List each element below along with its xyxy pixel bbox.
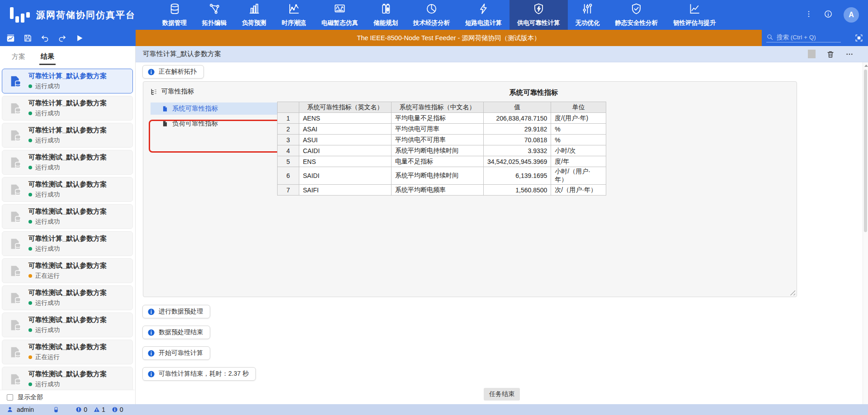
shield-check-icon	[630, 3, 642, 17]
app-logo-icon	[10, 7, 30, 23]
fullscreen-icon[interactable]	[854, 33, 863, 42]
result-item-text: 可靠性测试_默认参数方案 运行成功	[28, 207, 107, 226]
panel-resize-handle[interactable]	[790, 290, 795, 295]
result-item-title: 可靠性计算_默认参数方案	[28, 126, 107, 135]
result-item-text: 可靠性计算_默认参数方案 运行成功	[28, 234, 107, 253]
log-chip-text: 开始可靠性计算	[159, 349, 203, 357]
nav-menu-item[interactable]: 负荷预测	[234, 0, 274, 30]
lightning-icon	[477, 3, 490, 17]
panel-header-label: 可靠性指标	[161, 87, 194, 96]
tree-item[interactable]: 系统可靠性指标	[151, 103, 278, 115]
result-list-item[interactable]: 可靠性测试_默认参数方案 运行成功	[2, 150, 133, 175]
nav-item-label: 短路电流计算	[465, 19, 502, 27]
result-list-item[interactable]: 可靠性计算_默认参数方案 运行成功	[2, 123, 133, 148]
result-item-text: 可靠性计算_默认参数方案 运行成功	[28, 126, 107, 145]
log-chip-text: 正在解析拓扑	[159, 68, 197, 76]
scheme-result-icon	[2, 102, 28, 115]
user-avatar[interactable]: A	[844, 7, 859, 23]
result-list-item[interactable]: 可靠性测试_默认参数方案 运行成功	[2, 312, 133, 337]
redo-icon[interactable]	[57, 33, 67, 43]
stop-button[interactable]	[808, 50, 816, 58]
result-list-item[interactable]: 可靠性测试_默认参数方案 正在运行	[2, 340, 133, 364]
nav-menu-item[interactable]: 技术经济分析	[406, 0, 458, 30]
result-item-status: 运行成功	[28, 380, 107, 388]
cell-index: 1	[278, 113, 299, 124]
nav-menu-item[interactable]: 时序潮流	[274, 0, 314, 30]
status-dot	[28, 139, 32, 142]
page-header: 可靠性计算_默认参数方案	[136, 46, 868, 62]
content-scrollbar[interactable]	[863, 62, 868, 404]
nav-item-label: 储能规划	[373, 19, 398, 27]
status-dot	[28, 247, 32, 251]
info-icon[interactable]	[824, 9, 833, 20]
nav-menu-item[interactable]: 拓扑编辑	[194, 0, 234, 30]
cell-unit: 小时/（用户·年）	[551, 167, 606, 185]
warning-count: 1	[102, 406, 105, 413]
result-item-title: 可靠性测试_默认参数方案	[28, 289, 107, 297]
delete-trash-icon[interactable]	[826, 50, 835, 58]
save-icon[interactable]	[23, 33, 33, 43]
nav-menu-item[interactable]: 韧性评估与提升	[665, 0, 724, 30]
toolbar-left	[0, 30, 136, 46]
search-input[interactable]	[777, 34, 841, 41]
nav-menu-item[interactable]: 电磁暂态仿真	[314, 0, 366, 30]
scheme-result-icon	[2, 210, 28, 224]
tab-schemes[interactable]: 方案	[12, 52, 25, 61]
scheme-result-icon	[2, 129, 28, 142]
nav-menu-item[interactable]: 静态安全性分析	[608, 0, 666, 30]
info-count-icon	[112, 406, 118, 413]
scrollbar-up-arrow[interactable]	[864, 65, 868, 67]
cell-indicator-cn: 平均供电不可用率	[392, 135, 484, 145]
status-text: 运行成功	[35, 136, 60, 145]
warning-icon	[94, 406, 100, 413]
status-text: 运行成功	[35, 109, 60, 117]
run-play-icon[interactable]	[75, 33, 84, 43]
status-text: 运行成功	[35, 163, 60, 172]
nav-item-label: 技术经济分析	[413, 19, 450, 27]
table-row: 5 ENS 电量不足指标 34,542,025,945.3969 度/年	[278, 156, 606, 167]
nav-menu-item[interactable]: 无功优化	[568, 0, 608, 30]
info-circle-icon	[147, 370, 155, 378]
ellipsis-menu-icon[interactable]	[845, 50, 854, 58]
tab-results[interactable]: 结果	[41, 52, 54, 61]
nav-item-label: 无功优化	[576, 19, 600, 27]
cell-index: 5	[278, 156, 299, 167]
search-box	[766, 33, 841, 42]
nav-menu-item[interactable]: 供电可靠性计算	[509, 0, 568, 30]
warning-counter: 1	[94, 406, 105, 413]
result-list-item[interactable]: 可靠性测试_默认参数方案 运行成功	[2, 367, 133, 390]
tree-item[interactable]: 负荷可靠性指标	[151, 117, 278, 130]
result-item-status: 正在运行	[28, 272, 107, 280]
scrollbar-thumb[interactable]	[864, 70, 867, 232]
status-text: 运行成功	[35, 82, 60, 90]
nav-menu-item[interactable]: 数据管理	[155, 0, 194, 30]
result-item-text: 可靠性测试_默认参数方案 运行成功	[28, 289, 107, 307]
undo-icon[interactable]	[40, 33, 50, 43]
result-list-item[interactable]: 可靠性计算_默认参数方案 运行成功	[2, 69, 133, 93]
log-chip-text: 进行数据预处理	[159, 308, 203, 316]
result-list-item[interactable]: 可靠性测试_默认参数方案 运行成功	[2, 177, 133, 202]
log-chip-text: 可靠性计算结束，耗时：2.37 秒	[159, 370, 249, 378]
result-list-item[interactable]: 可靠性计算_默认参数方案 运行成功	[2, 96, 133, 121]
status-dot	[28, 382, 32, 386]
nav-menu-item[interactable]: 短路电流计算	[458, 0, 509, 30]
show-all-checkbox[interactable]	[7, 394, 13, 401]
log-chip: 开始可靠性计算	[142, 346, 210, 360]
nav-menu-item[interactable]: 储能规划	[366, 0, 406, 30]
result-list-item[interactable]: 可靠性测试_默认参数方案 运行成功	[2, 204, 133, 229]
app-brand-title: 源网荷储协同仿真平台	[36, 9, 136, 21]
result-list-item[interactable]: 可靠性测试_默认参数方案 正在运行	[2, 258, 133, 283]
toolbar-right	[762, 30, 868, 46]
workspace-icon[interactable]	[6, 33, 15, 43]
col-header-unit: 单位	[551, 102, 606, 113]
table-row: 6 SAIDI 系统平均断电持续时间 6,139.1695 小时/（用户·年）	[278, 167, 606, 185]
table-title: 系统可靠性指标	[277, 88, 790, 98]
result-list-item[interactable]: 可靠性计算_默认参数方案 运行成功	[2, 231, 133, 256]
indicator-tree: 系统可靠性指标 负荷可靠性指标	[151, 103, 278, 132]
result-list-item[interactable]: 可靠性测试_默认参数方案 运行成功	[2, 285, 133, 310]
status-dot	[28, 328, 32, 332]
status-dot	[28, 220, 32, 224]
result-item-status: 运行成功	[28, 109, 107, 117]
result-item-title: 可靠性计算_默认参数方案	[28, 234, 107, 243]
more-menu-icon[interactable]	[805, 10, 813, 20]
